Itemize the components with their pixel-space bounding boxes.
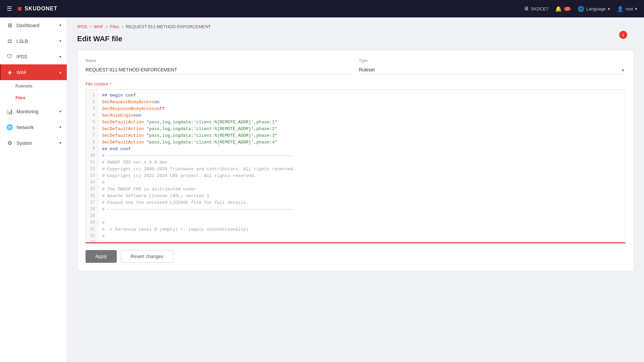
code-content: 1234567891011121314151617181920212223242… xyxy=(86,89,625,243)
sidebar-item-label: Dashboard xyxy=(16,23,40,28)
code-line: # Apache Software License (ASL) version … xyxy=(102,193,621,199)
code-line: SecDefaultAction "pass,log,logdata:'clie… xyxy=(102,132,621,139)
monitor-icon: 🖥 xyxy=(524,6,529,12)
sidebar-item-network[interactable]: 🌐 Network ▾ xyxy=(0,119,67,135)
line-numbers: 1234567891011121314151617181920212223242… xyxy=(86,89,98,243)
logo-icon: ■ xyxy=(17,4,22,13)
breadcrumb-current: REQUEST-911-METHOD-ENFORCEMENT xyxy=(126,24,211,29)
breadcrumb-sep: > xyxy=(121,24,124,29)
sidebar-item-label: IPDS xyxy=(16,54,28,59)
network-icon: 🌐 xyxy=(6,124,13,130)
code-line: ## end conf xyxy=(102,146,621,153)
breadcrumb: IPDS > WAF > Files > REQUEST-911-METHOD-… xyxy=(77,24,634,29)
button-row: Apply Revert changes xyxy=(86,250,626,263)
code-line: SecRuleEngine on xyxy=(102,112,621,119)
main-content: i IPDS > WAF > Files > REQUEST-911-METHO… xyxy=(67,17,644,362)
sidebar-item-dashboard[interactable]: ⊞ Dashboard ▾ xyxy=(0,17,67,33)
page-title: Edit WAF file xyxy=(77,35,634,43)
lslb-icon: ⚖ xyxy=(6,38,13,44)
chevron-icon: ▾ xyxy=(59,109,61,114)
chevron-icon: ▾ xyxy=(59,125,61,129)
sidebar-item-label: Monitoring xyxy=(16,109,38,114)
user-label: root xyxy=(626,6,633,11)
code-line xyxy=(102,240,621,243)
name-input[interactable] xyxy=(86,65,352,75)
sidebar-item-files[interactable]: Files xyxy=(15,92,67,104)
sidebar-item-waf[interactable]: ◈ WAF ▴ xyxy=(0,64,67,80)
type-select-wrapper: Ruleset xyxy=(359,65,626,75)
sidebar-waf-submenu: Rulesets Files xyxy=(0,80,67,104)
breadcrumb-files[interactable]: Files xyxy=(110,24,119,29)
chevron-icon: ▾ xyxy=(59,39,61,43)
chevron-down-icon: ▾ xyxy=(608,6,610,11)
bell-icon: 🔔 xyxy=(555,6,562,12)
sidebar-item-monitoring[interactable]: 📊 Monitoring ▾ xyxy=(0,104,67,119)
code-line: # Please see the enclosed LICENSE file f… xyxy=(102,199,621,206)
chevron-down-icon: ▾ xyxy=(635,6,637,11)
code-line xyxy=(102,213,621,220)
sidebar-item-system[interactable]: ⚙ System ▾ xyxy=(0,135,67,151)
navbar-right: 🖥 SKDCE7 🔔 10 🌐 Language ▾ 👤 root ▾ xyxy=(524,6,637,12)
device-selector[interactable]: 🖥 SKDCE7 xyxy=(524,6,548,12)
type-select[interactable]: Ruleset xyxy=(359,65,626,75)
sidebar-item-label: Network xyxy=(16,125,34,130)
type-group: Type Ruleset xyxy=(359,58,626,75)
dashboard-icon: ⊞ xyxy=(6,22,13,28)
user-menu[interactable]: 👤 root ▾ xyxy=(617,6,637,12)
sidebar-item-rulesets[interactable]: Rulesets xyxy=(15,80,67,92)
code-line: ## begin conf xyxy=(102,92,621,99)
file-content-section: File content * 1234567891011121314151617… xyxy=(86,81,626,243)
waf-icon: ◈ xyxy=(6,69,13,75)
sidebar-item-label: WAF xyxy=(16,70,27,75)
code-line: # --------------------------------------… xyxy=(102,206,621,213)
monitoring-icon: 📊 xyxy=(6,108,13,115)
globe-icon: 🌐 xyxy=(578,6,584,12)
breadcrumb-sep: > xyxy=(89,24,92,29)
sidebar-item-label: System xyxy=(16,140,32,146)
main-wrapper: i IPDS > WAF > Files > REQUEST-911-METHO… xyxy=(77,24,634,271)
code-line: # -= Paranoia Level 0 (empty) =- (apply … xyxy=(102,226,621,233)
code-line: SecRequestBodyAccess on xyxy=(102,99,621,106)
chevron-icon: ▾ xyxy=(59,141,61,145)
info-icon[interactable]: i xyxy=(619,31,627,39)
edit-waf-card: Name Type Ruleset File content * xyxy=(77,50,634,271)
revert-button[interactable]: Revert changes xyxy=(121,250,173,263)
device-label: SKDCE7 xyxy=(531,6,548,11)
code-editor[interactable]: 1234567891011121314151617181920212223242… xyxy=(86,89,626,243)
sidebar: ⊞ Dashboard ▾ ⚖ LSLB ▾ 🛡 IPDS ▾ ◈ WAF ▴ … xyxy=(0,17,67,362)
user-icon: 👤 xyxy=(617,6,624,12)
sidebar-item-lslb[interactable]: ⚖ LSLB ▾ xyxy=(0,33,67,49)
code-line: # OWASP CRS ver.4.8.0-dev xyxy=(102,159,621,166)
form-top-row: Name Type Ruleset xyxy=(86,58,626,75)
brand: ■ SKUDONET xyxy=(17,4,57,13)
file-content-label: File content * xyxy=(86,81,626,86)
language-selector[interactable]: 🌐 Language ▾ xyxy=(578,6,610,12)
code-line: # Copyright (c) 2021-2024 CRS project. A… xyxy=(102,173,621,179)
type-label: Type xyxy=(359,58,626,63)
code-line: # xyxy=(102,220,621,226)
ipds-icon: 🛡 xyxy=(6,54,13,60)
code-line: # --------------------------------------… xyxy=(102,153,621,159)
apply-button[interactable]: Apply xyxy=(86,250,117,263)
code-line: # xyxy=(102,179,621,186)
sidebar-item-ipds[interactable]: 🛡 IPDS ▾ xyxy=(0,49,67,64)
breadcrumb-waf[interactable]: WAF xyxy=(94,24,103,29)
code-line: # xyxy=(102,233,621,240)
hamburger-icon[interactable]: ☰ xyxy=(7,5,12,12)
breadcrumb-sep: > xyxy=(105,24,108,29)
navbar: ☰ ■ SKUDONET 🖥 SKDCE7 🔔 10 🌐 Language ▾ … xyxy=(0,0,644,17)
chevron-icon: ▾ xyxy=(59,55,61,59)
layout: ⊞ Dashboard ▾ ⚖ LSLB ▾ 🛡 IPDS ▾ ◈ WAF ▴ … xyxy=(0,17,644,362)
code-line: SecResponseBodyAccess off xyxy=(102,106,621,112)
code-line: SecDefaultAction "pass,log,logdata:'clie… xyxy=(102,139,621,146)
code-lines[interactable]: ## begin confSecRequestBodyAccess onSecR… xyxy=(98,89,625,243)
code-line: # Copyright (c) 2006-2020 Trustwave and … xyxy=(102,166,621,173)
breadcrumb-ipds[interactable]: IPDS xyxy=(77,24,87,29)
chevron-icon: ▴ xyxy=(59,70,61,74)
code-line: SecDefaultAction "pass,log,logdata:'clie… xyxy=(102,119,621,126)
code-line: SecDefaultAction "pass,log,logdata:'clie… xyxy=(102,126,621,132)
code-line: # The OWASP CRS is distributed under xyxy=(102,186,621,193)
notifications[interactable]: 🔔 10 xyxy=(555,6,571,12)
system-icon: ⚙ xyxy=(6,140,13,146)
sidebar-item-label: LSLB xyxy=(16,39,28,44)
